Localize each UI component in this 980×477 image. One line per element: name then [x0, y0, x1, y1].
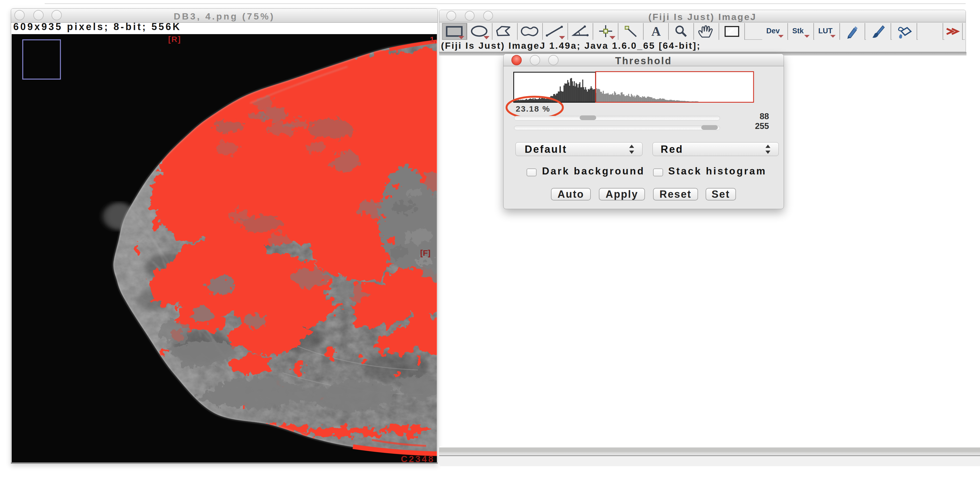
svg-text:A: A — [651, 24, 661, 38]
svg-text:LUT: LUT — [818, 27, 833, 35]
svg-text:C2348: C2348 — [401, 454, 435, 463]
svg-text:[R]: [R] — [168, 35, 181, 44]
svg-text:1,: 1, — [430, 35, 437, 44]
svg-text:Dev: Dev — [766, 27, 780, 35]
svg-text:[F]: [F] — [420, 248, 430, 257]
svg-text:Stk: Stk — [792, 27, 804, 35]
